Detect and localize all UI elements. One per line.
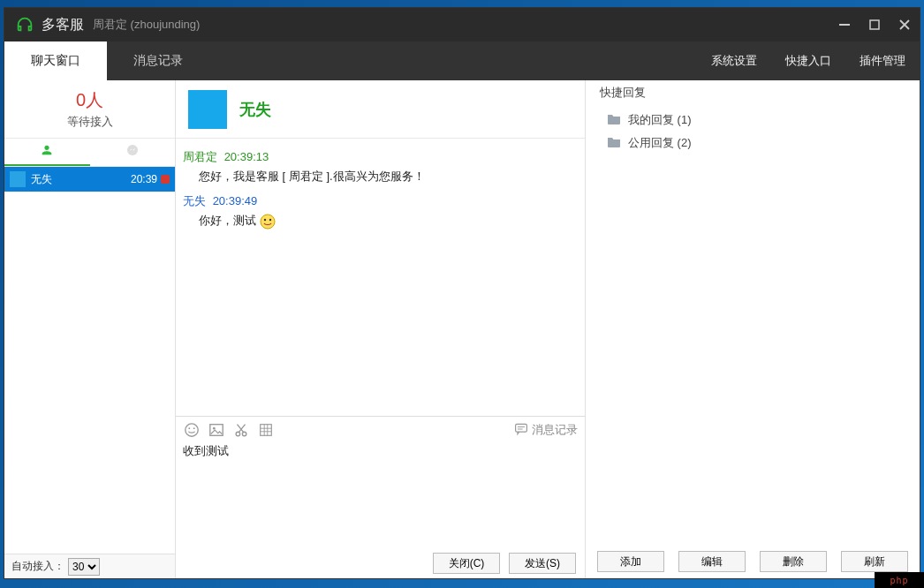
chat-bubble-icon (514, 422, 528, 439)
svg-rect-13 (261, 425, 272, 436)
avatar (10, 171, 26, 187)
sidebar-tabs (4, 139, 175, 167)
delete-button[interactable]: 删除 (760, 551, 827, 572)
message-time: 20:39:49 (213, 194, 258, 207)
svg-rect-9 (210, 425, 223, 436)
svg-rect-0 (839, 24, 850, 26)
headset-icon (15, 15, 34, 34)
message-time: 20:39:13 (224, 150, 269, 163)
add-button[interactable]: 添加 (597, 551, 664, 572)
close-button[interactable] (890, 8, 920, 41)
message-text: 你好，测试 (199, 213, 578, 230)
quick-reply-list: 我的回复 (1) 公用回复 (2) (586, 105, 920, 545)
app-title: 多客服 (42, 16, 84, 34)
folder-label: 我的回复 (1) (628, 112, 692, 128)
quick-reply-title: 快捷回复 (586, 80, 920, 105)
grid-button[interactable] (257, 421, 275, 439)
user-display: 周君定 (zhoujunding) (93, 17, 200, 33)
message-text: 您好，我是客服 [ 周君定 ].很高兴为您服务！ (199, 169, 578, 185)
auto-accept-label: 自动接入： (11, 559, 64, 574)
emoji-button[interactable] (183, 421, 201, 439)
messenger-icon (125, 143, 140, 161)
message-sender: 无失 (183, 194, 206, 207)
conversation-item[interactable]: 无失 20:39 (4, 167, 175, 192)
close-chat-button[interactable]: 关闭(C) (433, 553, 500, 574)
folder-label: 公用回复 (2) (628, 135, 692, 151)
folder-icon (607, 136, 621, 151)
waiting-block[interactable]: 0人 等待接入 (4, 80, 175, 139)
chat-title: 无失 (239, 99, 271, 120)
edit-button[interactable]: 编辑 (678, 551, 746, 572)
auto-accept-bar: 自动接入： 30 (4, 554, 175, 578)
svg-point-3 (261, 215, 275, 229)
svg-point-6 (186, 424, 198, 436)
tab-message-history[interactable]: 消息记录 (107, 41, 209, 80)
watermark: php (875, 572, 924, 588)
menu-plugin-management[interactable]: 插件管理 (845, 41, 920, 80)
sidebar: 0人 等待接入 无失 20:39 自动接入： (4, 80, 176, 578)
conversation-name: 无失 (31, 172, 131, 187)
person-icon (40, 143, 54, 161)
menu-quick-entry[interactable]: 快捷入口 (771, 41, 845, 80)
refresh-button[interactable]: 刷新 (841, 551, 908, 572)
app-window: 多客服 周君定 (zhoujunding) 聊天窗口 消息记录 系统设置 快捷入… (4, 7, 920, 579)
quick-reply-folder[interactable]: 公用回复 (2) (607, 132, 898, 155)
chat-avatar (188, 90, 227, 129)
conversation-time: 20:39 (131, 173, 157, 185)
menu-system-settings[interactable]: 系统设置 (697, 41, 771, 80)
quick-reply-buttons: 添加 编辑 删除 刷新 (586, 545, 920, 578)
smile-emoji-icon (260, 214, 276, 230)
svg-point-5 (269, 218, 270, 220)
image-button[interactable] (208, 421, 225, 439)
svg-point-4 (263, 218, 265, 220)
chat-panel: 无失 周君定 20:39:13 您好，我是客服 [ 周君定 ].很高兴为您服务！… (176, 80, 586, 578)
minimize-button[interactable] (829, 8, 860, 41)
unread-indicator-icon (161, 175, 170, 184)
chat-header: 无失 (176, 80, 585, 139)
waiting-count: 0人 (76, 88, 103, 112)
chat-log: 周君定 20:39:13 您好，我是客服 [ 周君定 ].很高兴为您服务！ 无失… (176, 139, 585, 416)
message-history-button[interactable]: 消息记录 (514, 422, 578, 439)
svg-rect-14 (516, 424, 527, 432)
sidebar-tab-messenger[interactable] (90, 139, 176, 166)
composer: 消息记录 收到测试 关闭(C) 发送(S) (176, 416, 585, 578)
cut-button[interactable] (232, 421, 250, 439)
body: 0人 等待接入 无失 20:39 自动接入： (4, 80, 920, 578)
quick-reply-folder[interactable]: 我的回复 (1) (607, 109, 898, 132)
tab-chat-window[interactable]: 聊天窗口 (4, 41, 107, 80)
composer-buttons: 关闭(C) 发送(S) (176, 548, 585, 578)
message-input[interactable]: 收到测试 (176, 443, 585, 548)
auto-accept-select[interactable]: 30 (68, 558, 100, 576)
conversation-list: 无失 20:39 (4, 167, 175, 554)
message: 周君定 20:39:13 您好，我是客服 [ 周君定 ].很高兴为您服务！ (183, 149, 578, 185)
svg-point-10 (213, 427, 216, 430)
svg-point-2 (127, 145, 138, 155)
sidebar-tab-contacts[interactable] (4, 139, 90, 166)
svg-point-7 (188, 427, 190, 429)
composer-toolbar: 消息记录 (176, 417, 585, 443)
send-button[interactable]: 发送(S) (509, 553, 576, 574)
maximize-button[interactable] (860, 8, 890, 41)
message: 无失 20:39:49 你好，测试 (183, 193, 578, 230)
quick-reply-panel: 快捷回复 我的回复 (1) 公用回复 (2) 添加 编辑 删除 刷新 (586, 80, 920, 578)
svg-point-8 (193, 427, 195, 429)
message-sender: 周君定 (183, 150, 217, 163)
svg-rect-1 (870, 20, 879, 29)
folder-icon (607, 113, 621, 128)
waiting-label: 等待接入 (67, 114, 113, 130)
menubar: 聊天窗口 消息记录 系统设置 快捷入口 插件管理 (4, 41, 920, 80)
titlebar: 多客服 周君定 (zhoujunding) (4, 8, 920, 41)
